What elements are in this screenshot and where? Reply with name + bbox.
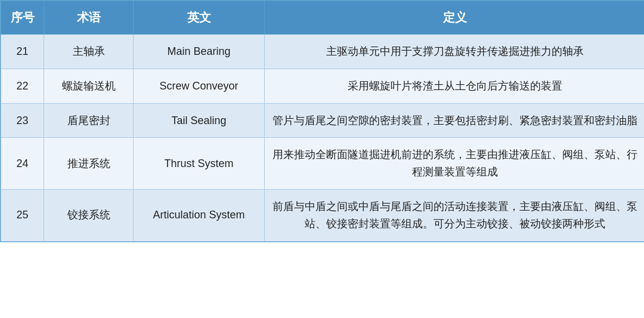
main-table-container: 序号 术语 英文 定义 21主轴承Main Bearing主驱动单元中用于支撑刀… [0,0,644,242]
cell-num: 24 [1,138,44,190]
terminology-table: 序号 术语 英文 定义 21主轴承Main Bearing主驱动单元中用于支撑刀… [1,1,644,242]
cell-definition: 管片与盾尾之间空隙的密封装置，主要包括密封刷、紧急密封装置和密封油脂 [265,103,645,138]
cell-english: Screw Conveyor [134,69,265,103]
cell-english: Thrust System [134,138,265,190]
cell-num: 25 [1,189,44,241]
table-row: 21主轴承Main Bearing主驱动单元中用于支撑刀盘旋转并传递掘进推力的轴… [1,35,645,69]
cell-english: Tail Sealing [134,103,265,138]
cell-term: 主轴承 [44,35,134,69]
cell-num: 22 [1,69,44,103]
header-english: 英文 [134,1,265,35]
cell-english: Articulation System [134,189,265,241]
cell-definition: 采用螺旋叶片将渣土从土仓向后方输送的装置 [265,69,645,103]
table-row: 25铰接系统Articulation System前盾与中盾之间或中盾与尾盾之间… [1,189,645,241]
cell-term: 铰接系统 [44,189,134,241]
table-header-row: 序号 术语 英文 定义 [1,1,645,35]
cell-num: 23 [1,103,44,138]
header-definition: 定义 [265,1,645,35]
cell-definition: 用来推动全断面隧道掘进机前进的系统，主要由推进液压缸、阀组、泵站、行程测量装置等… [265,138,645,190]
cell-num: 21 [1,35,44,69]
cell-english: Main Bearing [134,35,265,69]
cell-term: 螺旋输送机 [44,69,134,103]
cell-definition: 主驱动单元中用于支撑刀盘旋转并传递掘进推力的轴承 [265,35,645,69]
header-num: 序号 [1,1,44,35]
table-row: 24推进系统Thrust System用来推动全断面隧道掘进机前进的系统，主要由… [1,138,645,190]
cell-definition: 前盾与中盾之间或中盾与尾盾之间的活动连接装置，主要由液压缸、阀组、泵站、铰接密封… [265,189,645,241]
table-row: 23盾尾密封Tail Sealing管片与盾尾之间空隙的密封装置，主要包括密封刷… [1,103,645,138]
header-term: 术语 [44,1,134,35]
cell-term: 推进系统 [44,138,134,190]
table-row: 22螺旋输送机Screw Conveyor采用螺旋叶片将渣土从土仓向后方输送的装… [1,69,645,103]
cell-term: 盾尾密封 [44,103,134,138]
